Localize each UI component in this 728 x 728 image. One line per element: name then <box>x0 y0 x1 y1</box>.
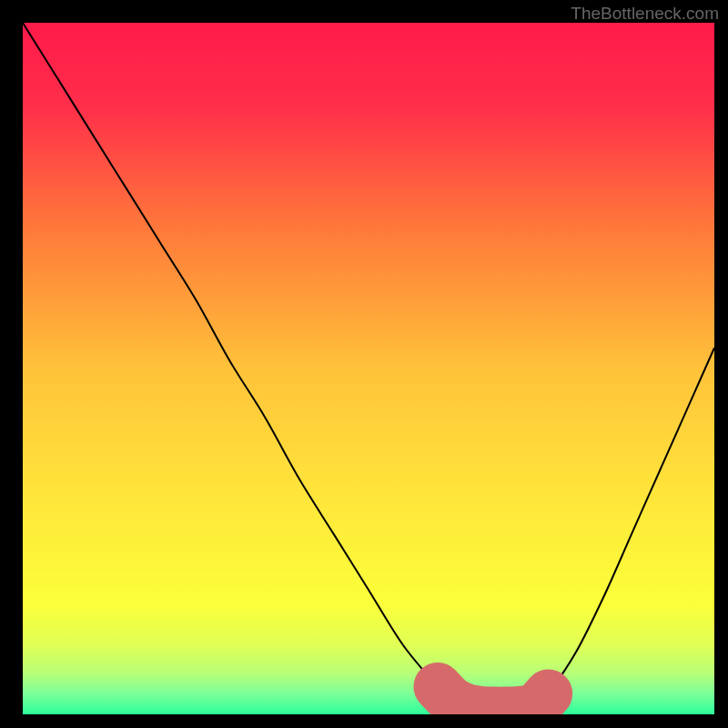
watermark-text: TheBottleneck.com <box>571 4 719 24</box>
optimal-zone-end-dot <box>542 687 555 700</box>
optimal-zone-highlight <box>438 687 549 712</box>
plot-area <box>23 23 714 714</box>
bottleneck-curve <box>23 23 714 711</box>
optimal-zone-start-dot <box>431 681 444 693</box>
chart-svg <box>23 23 714 714</box>
